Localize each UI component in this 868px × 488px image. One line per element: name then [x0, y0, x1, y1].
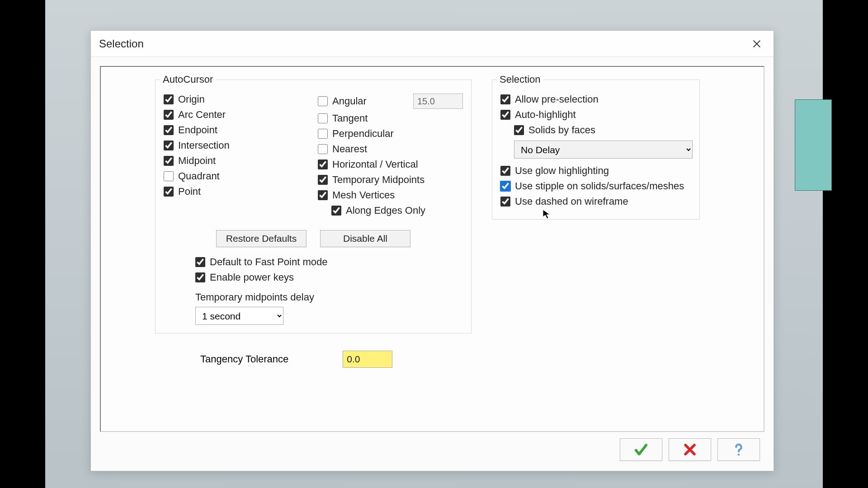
chk-solidsfaces[interactable]: Solids by faces [514, 124, 691, 136]
chk-arccenter-box[interactable] [164, 110, 174, 120]
chk-perpendicular-box[interactable] [318, 129, 328, 139]
chk-tangent-label: Tangent [332, 113, 368, 124]
chk-meshv-box[interactable] [318, 190, 328, 200]
chk-dashed[interactable]: Use dashed on wireframe [500, 196, 691, 207]
nodelay-select[interactable]: No Delay [514, 141, 693, 159]
close-button[interactable] [748, 35, 765, 52]
chk-midpoint[interactable]: Midpoint [164, 155, 309, 167]
chk-nearest-box[interactable] [318, 144, 328, 154]
x-icon [682, 442, 698, 457]
chk-edgesonly-box[interactable] [331, 206, 341, 216]
tangency-input[interactable] [343, 351, 392, 368]
titlebar: Selection [91, 31, 774, 57]
chk-arccenter[interactable]: Arc Center [164, 109, 309, 121]
chk-stipple-box[interactable] [500, 181, 510, 191]
chk-nearest[interactable]: Nearest [318, 143, 463, 155]
chk-endpoint-label: Endpoint [178, 124, 217, 136]
chk-powerkeys[interactable]: Enable power keys [195, 272, 463, 283]
chk-hv[interactable]: Horizontal / Vertical [318, 159, 463, 170]
tempmid-delay-select[interactable]: 1 second [195, 307, 283, 325]
chk-meshv-label: Mesh Vertices [332, 189, 395, 201]
chk-autohl-box[interactable] [500, 110, 510, 120]
help-button[interactable] [717, 438, 760, 461]
chk-perpendicular[interactable]: Perpendicular [318, 128, 463, 140]
chk-hv-label: Horizontal / Vertical [332, 159, 418, 170]
chk-dashed-label: Use dashed on wireframe [515, 196, 628, 207]
chk-perpendicular-label: Perpendicular [332, 128, 394, 140]
columns: AutoCursor Origin Arc Center Endpoint In… [155, 75, 745, 368]
chk-tangent[interactable]: Tangent [318, 113, 463, 124]
chk-intersection[interactable]: Intersection [164, 140, 309, 151]
chk-endpoint[interactable]: Endpoint [164, 124, 309, 136]
autocursor-title: AutoCursor [160, 74, 216, 85]
selection-group: Selection Allow pre-selection Auto-highl… [492, 80, 700, 220]
selection-title: Selection [497, 74, 543, 85]
chk-stipple-label: Use stipple on solids/surfaces/meshes [515, 180, 684, 192]
selection-dialog: Selection AutoCursor Origin Arc Center E… [90, 30, 774, 471]
right-column: Selection Allow pre-selection Auto-highl… [492, 75, 700, 220]
chk-intersection-label: Intersection [178, 140, 230, 151]
chk-intersection-box[interactable] [164, 141, 174, 150]
dialog-title: Selection [99, 38, 144, 50]
autocursor-buttons: Restore Defaults Disable All [164, 230, 463, 247]
cancel-button[interactable] [669, 438, 711, 461]
chk-tempmid-box[interactable] [318, 175, 328, 185]
chk-point-box[interactable] [164, 187, 174, 197]
chk-midpoint-label: Midpoint [178, 155, 216, 167]
angular-value[interactable] [413, 94, 463, 109]
chk-solidsfaces-box[interactable] [514, 125, 524, 135]
chk-point-label: Point [178, 186, 201, 197]
chk-tempmid[interactable]: Temporary Midpoints [318, 174, 463, 186]
autocursor-col1: Origin Arc Center Endpoint Intersection … [164, 90, 309, 220]
chk-powerkeys-label: Enable power keys [210, 272, 294, 283]
chk-origin[interactable]: Origin [164, 94, 309, 105]
chk-autohl[interactable]: Auto-highlight [500, 109, 691, 121]
chk-nearest-label: Nearest [332, 143, 367, 155]
autocursor-cols: Origin Arc Center Endpoint Intersection … [164, 90, 463, 220]
chk-dashed-box[interactable] [500, 197, 510, 206]
chk-glow-label: Use glow highlighting [515, 165, 609, 177]
chk-solidsfaces-label: Solids by faces [528, 124, 595, 136]
svg-point-0 [738, 454, 740, 456]
left-column: AutoCursor Origin Arc Center Endpoint In… [155, 75, 472, 368]
chk-meshv[interactable]: Mesh Vertices [318, 189, 463, 201]
chk-presel[interactable]: Allow pre-selection [500, 94, 691, 105]
chk-angular-label: Angular [332, 95, 367, 107]
chk-midpoint-box[interactable] [164, 156, 174, 166]
chk-glow[interactable]: Use glow highlighting [500, 165, 691, 177]
autocursor-col2: Angular Tangent Perpendicular Nearest Ho… [318, 90, 463, 220]
chk-autohl-label: Auto-highlight [515, 109, 576, 121]
chk-fastpoint[interactable]: Default to Fast Point mode [195, 256, 463, 268]
checkmark-icon [633, 442, 649, 457]
ok-button[interactable] [620, 438, 662, 461]
chk-angular[interactable]: Angular [318, 94, 463, 109]
close-icon [752, 39, 762, 49]
chk-stipple[interactable]: Use stipple on solids/surfaces/meshes [500, 180, 691, 192]
tangency-row: Tangency Tolerance [200, 351, 472, 368]
chk-origin-box[interactable] [164, 94, 174, 104]
tempmid-delay-label: Temporary midpoints delay [195, 291, 463, 303]
chk-powerkeys-box[interactable] [195, 272, 205, 282]
chk-edgesonly-label: Along Edges Only [346, 205, 425, 216]
chk-point[interactable]: Point [164, 186, 309, 197]
autocursor-group: AutoCursor Origin Arc Center Endpoint In… [155, 80, 472, 333]
chk-endpoint-box[interactable] [164, 125, 174, 135]
tangency-label: Tangency Tolerance [200, 353, 288, 365]
chk-angular-box[interactable] [318, 96, 328, 106]
chk-hv-box[interactable] [318, 160, 328, 169]
chk-fastpoint-box[interactable] [195, 257, 205, 267]
chk-presel-box[interactable] [500, 94, 510, 104]
chk-quadrant-label: Quadrant [178, 170, 220, 182]
nodelay-wrap: No Delay [514, 141, 691, 159]
chk-origin-label: Origin [178, 94, 205, 105]
chk-presel-label: Allow pre-selection [515, 94, 599, 105]
restore-defaults-button[interactable]: Restore Defaults [216, 230, 307, 247]
chk-tempmid-label: Temporary Midpoints [332, 174, 425, 186]
chk-edgesonly[interactable]: Along Edges Only [331, 205, 463, 216]
footer [91, 435, 774, 471]
disable-all-button[interactable]: Disable All [320, 230, 410, 247]
chk-glow-box[interactable] [500, 166, 510, 176]
chk-quadrant-box[interactable] [164, 171, 174, 181]
chk-quadrant[interactable]: Quadrant [164, 170, 309, 182]
chk-tangent-box[interactable] [318, 113, 328, 123]
